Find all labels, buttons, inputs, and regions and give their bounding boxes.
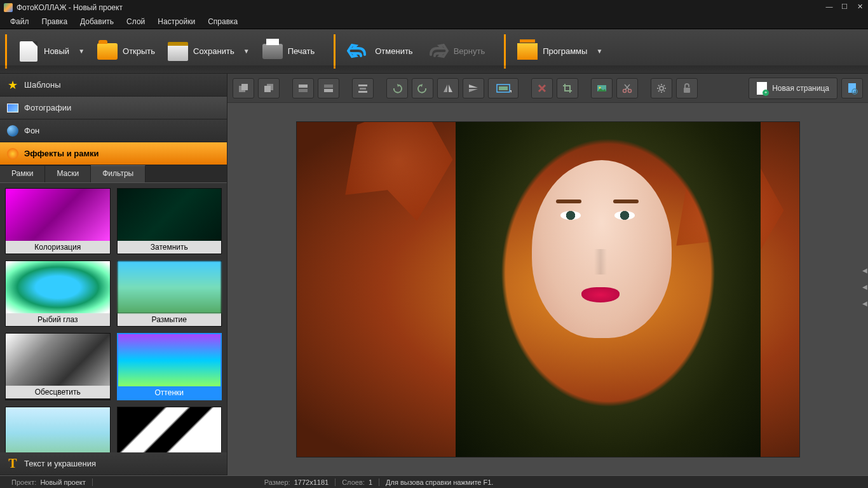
menu-layer[interactable]: Слой — [120, 15, 151, 29]
sidebar-item-background[interactable]: Фон — [0, 119, 227, 142]
dock-tab[interactable]: ◀ — [861, 300, 868, 311]
portrait-layer[interactable] — [456, 122, 761, 457]
fit-button[interactable]: ▼ — [488, 78, 519, 98]
undo-label: Отменить — [375, 46, 412, 56]
svg-rect-7 — [324, 89, 333, 92]
canvas[interactable] — [296, 121, 800, 458]
svg-rect-8 — [358, 85, 367, 86]
crop-button[interactable] — [557, 78, 578, 98]
photos-label: Фотографии — [24, 103, 71, 112]
project-label: Проект: — [11, 478, 36, 486]
save-button[interactable]: Сохранить ▼ — [161, 37, 256, 65]
sidebar-item-text[interactable]: T Текст и украшения — [0, 452, 227, 475]
layers-value: 1 — [369, 478, 372, 486]
svg-point-22 — [854, 90, 856, 92]
filter-desaturate[interactable]: Обесцветить — [5, 333, 111, 400]
maximize-button[interactable]: ☐ — [839, 2, 850, 11]
project-value: Новый проект — [40, 478, 85, 486]
bring-front-button[interactable] — [233, 78, 254, 98]
svg-rect-12 — [499, 86, 508, 90]
svg-rect-19 — [684, 88, 690, 93]
filter-label: Размытие — [118, 313, 222, 326]
menu-file[interactable]: Файл — [4, 15, 36, 29]
save-icon — [168, 42, 188, 61]
filter-colorize[interactable]: Колоризация — [5, 188, 111, 254]
menu-add[interactable]: Добавить — [74, 15, 120, 29]
text-label: Текст и украшения — [24, 459, 96, 468]
status-help: Для вызова справки нажмите F1. — [379, 478, 863, 486]
programs-button[interactable]: Программы ▼ — [511, 37, 609, 65]
print-button[interactable]: Печать — [256, 37, 322, 65]
size-label: Размер: — [264, 478, 290, 486]
filter-thumb — [118, 189, 222, 241]
svg-rect-3 — [264, 86, 271, 92]
menu-settings[interactable]: Настройки — [151, 15, 201, 29]
filter-mono[interactable]: Монохромный — [117, 407, 222, 452]
filter-thumb — [118, 334, 221, 386]
effects-label: Эффекты и рамки — [24, 149, 99, 158]
undo-button[interactable]: Отменить — [341, 39, 419, 64]
layer-up-button[interactable] — [292, 78, 314, 98]
close-button[interactable]: ✕ — [854, 2, 865, 11]
hood — [456, 122, 761, 457]
filter-tints[interactable]: Оттенки — [117, 333, 222, 400]
cut-button[interactable] — [616, 78, 638, 98]
canvas-viewport[interactable]: ◀ ◀ ◀ — [227, 103, 868, 475]
right-dock-tabs: ◀ ◀ ◀ — [861, 267, 868, 311]
new-page-button[interactable]: Новая страница — [749, 78, 837, 99]
page-props-button[interactable] — [841, 78, 863, 98]
filter-lighten[interactable]: Осветлить — [5, 407, 111, 452]
dock-tab[interactable]: ◀ — [861, 267, 868, 278]
print-label: Печать — [288, 46, 315, 56]
filter-thumb — [6, 407, 110, 452]
flip-h-button[interactable] — [437, 78, 459, 98]
menu-help[interactable]: Справка — [201, 15, 244, 29]
main-toolbar: Новый ▼ Открыть Сохранить ▼ Печать Отмен… — [0, 29, 868, 74]
photo-icon — [7, 104, 18, 112]
svg-rect-6 — [324, 85, 333, 88]
minimize-button[interactable]: — — [824, 2, 835, 11]
folder-open-icon — [97, 43, 118, 60]
new-page-icon — [757, 82, 767, 95]
window-controls: — ☐ ✕ — [824, 2, 865, 11]
open-button[interactable]: Открыть — [91, 37, 161, 65]
subtab-masks[interactable]: Маски — [45, 165, 91, 182]
rotate-right-button[interactable] — [412, 78, 433, 98]
layers-label: Слоев: — [342, 478, 365, 486]
undo-icon — [347, 43, 370, 60]
layer-down-button[interactable] — [318, 78, 339, 98]
effects-panel: Рамки Маски Фильтры Колоризация Затемнит… — [0, 165, 227, 452]
chevron-down-icon: ▼ — [596, 48, 602, 55]
send-back-button[interactable] — [258, 78, 280, 98]
open-label: Открыть — [123, 46, 155, 56]
filter-thumb — [118, 261, 222, 313]
filter-label: Колоризация — [6, 241, 110, 254]
redo-icon — [426, 43, 449, 60]
text-icon: T — [8, 456, 17, 471]
new-button[interactable]: Новый ▼ — [12, 37, 91, 65]
sidebar-item-effects[interactable]: Эффекты и рамки — [0, 142, 227, 165]
filter-fisheye[interactable]: Рыбий глаз — [5, 261, 111, 327]
lock-button[interactable] — [676, 78, 698, 98]
subtab-filters[interactable]: Фильтры — [91, 165, 146, 182]
canvas-area: ▼ Новая страница — [227, 74, 868, 475]
programs-label: Программы — [543, 46, 587, 56]
rotate-left-button[interactable] — [386, 78, 408, 98]
replace-image-button[interactable] — [591, 78, 613, 98]
menu-edit[interactable]: Правка — [36, 15, 74, 29]
globe-icon — [7, 125, 18, 137]
dock-tab[interactable]: ◀ — [861, 283, 868, 295]
sidebar-item-photos[interactable]: Фотографии — [0, 97, 227, 119]
filter-grid[interactable]: Колоризация Затемнить Рыбий глаз Размыти… — [0, 183, 227, 452]
filter-blur[interactable]: Размытие — [117, 261, 222, 327]
status-layers: Слоев: 1 — [336, 478, 379, 486]
sidebar-item-templates[interactable]: ★ Шаблоны — [0, 74, 227, 97]
align-button[interactable] — [352, 78, 374, 98]
subtab-frames[interactable]: Рамки — [0, 165, 45, 182]
star-icon: ★ — [8, 78, 18, 92]
save-label: Сохранить — [193, 46, 234, 56]
flip-v-button[interactable] — [463, 78, 484, 98]
delete-button[interactable] — [531, 78, 553, 98]
settings-button[interactable] — [651, 78, 672, 98]
filter-darken[interactable]: Затемнить — [117, 188, 222, 254]
